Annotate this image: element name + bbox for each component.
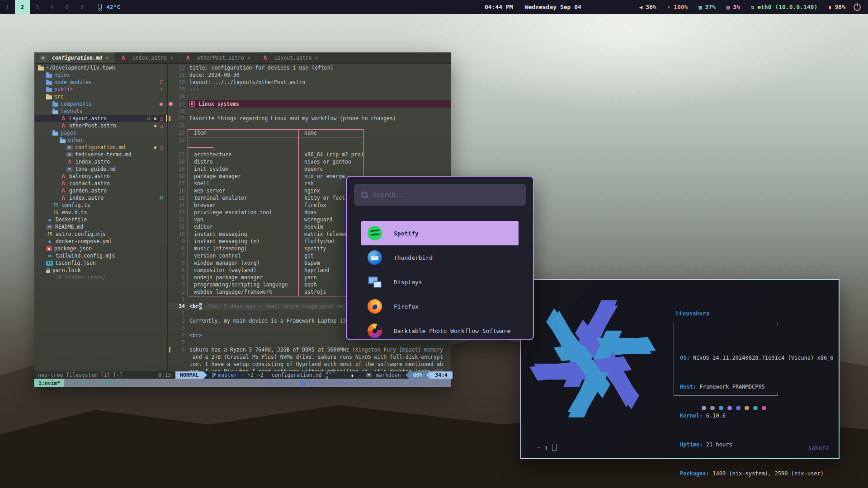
line-number: 2	[168, 289, 185, 295]
file-icon: JS	[46, 232, 53, 236]
file-tree-item[interactable]: Λ contact.astro	[34, 180, 167, 187]
editor-line: 29 ---	[168, 86, 451, 93]
file-tree-item[interactable]: Λ index.astro	[34, 158, 167, 165]
file-tree-item[interactable]: M fediverse-terms.md	[34, 151, 167, 158]
line-text: layout: ../../layouts/otherPost.astro	[189, 79, 305, 85]
close-icon[interactable]: ×	[170, 55, 173, 61]
table-cell-name: fluffychat	[304, 238, 335, 244]
file-tree-item[interactable]: yarn.lock	[34, 267, 167, 274]
close-icon[interactable]: ×	[105, 55, 108, 61]
file-icon	[46, 74, 52, 78]
file-icon: Λ	[60, 122, 67, 129]
system-module: ▦ 37%	[698, 4, 716, 10]
file-icon	[38, 66, 44, 70]
shell-prompt[interactable]: ~ ❯	[538, 444, 557, 451]
app-icon	[368, 226, 382, 240]
time-value: 04:44 PM	[485, 4, 513, 10]
line-number: 22	[168, 137, 185, 143]
line-number: 3	[168, 325, 185, 331]
file-tree-item[interactable]: M tone-guide.md	[34, 165, 167, 173]
launcher-search-field[interactable]: Search...	[354, 184, 526, 206]
neotree-statusline: neo-tree filesystem [1] [-] 8:13	[34, 371, 175, 379]
workspace-button[interactable]: 3	[30, 0, 45, 14]
launcher-item[interactable]: Darktable Photo Workflow Software	[361, 319, 519, 340]
file-tree-item[interactable]: components ●	[34, 100, 167, 108]
workspace-button[interactable]: 4	[45, 0, 60, 14]
line-number: 5	[168, 267, 185, 273]
line-text: ion. I have a setup consisting of Hyprla…	[189, 361, 443, 367]
tmux-window-tab[interactable]: 3:lazygit	[94, 379, 131, 387]
editor-line: 32 title: configuration for devices i us…	[168, 64, 451, 71]
tmux-window-tab[interactable]: 1:nvim*	[34, 379, 64, 387]
file-tree-item[interactable]: src	[34, 93, 167, 100]
palette-dot	[702, 406, 706, 410]
power-icon[interactable]	[854, 4, 861, 11]
file-tree-item[interactable]: M README.md	[34, 223, 167, 230]
fetch-info-line: OS: NixOS 24.11.20240828.71e91c4 (Vicuna…	[680, 354, 834, 361]
line-number: 6	[168, 347, 185, 353]
table-cell-item: terminal emulator	[194, 195, 247, 201]
line-text: ---	[189, 86, 199, 93]
unstaged-square-icon: □	[160, 123, 163, 128]
workspace-list: 1 2 3 4 8 9	[0, 0, 90, 14]
diagnostic-badge: E	[160, 80, 163, 85]
close-icon[interactable]: ×	[247, 55, 250, 61]
buffer-tab[interactable]: Λ Layout.astro ×	[256, 52, 324, 63]
neotree-status-text: neo-tree filesystem [1] [-]	[38, 372, 123, 378]
file-tree-item[interactable]: Λ otherPost.astro ● □	[34, 122, 167, 129]
file-tree-item[interactable]: Λ Layout.astro H ● □	[34, 115, 167, 122]
file-tree-item[interactable]: TS env.d.ts	[34, 209, 167, 216]
line-text: Currently, my main device is a Framework…	[189, 318, 346, 324]
info-label: Host	[680, 384, 693, 390]
file-name: Dockerfile	[56, 216, 87, 223]
file-tree-item[interactable]: M configuration.md ● □	[34, 144, 167, 151]
close-icon[interactable]: ×	[315, 55, 318, 61]
module-icon: ▤	[726, 4, 730, 10]
workspace-button[interactable]: 2	[15, 0, 30, 14]
tmux-window-tab[interactable]: 2:node-	[64, 379, 94, 387]
file-tree-item[interactable]: ≈ tailwind.config.mjs	[34, 252, 167, 259]
launcher-item[interactable]: Displays	[361, 270, 519, 294]
file-tree-item[interactable]: public ?	[34, 86, 167, 93]
launcher-item[interactable]: Spotify	[361, 221, 519, 245]
h1-icon	[189, 101, 195, 107]
diagnostic-badge: ?	[160, 87, 163, 93]
system-module: ☀ 100%	[667, 4, 688, 10]
powerline-separator	[426, 371, 430, 379]
file-tree-item[interactable]: other	[34, 136, 167, 144]
buffer-tab-label: index.astro	[132, 55, 167, 61]
tmux-clock: Sep 04 16:44	[410, 380, 448, 386]
powerline-separator	[203, 371, 207, 379]
file-tree-item[interactable]: Λ garden.astro	[34, 187, 167, 194]
info-value: 1409 (nix-system), 2590 (nix-user)	[712, 470, 824, 477]
file-tree-item[interactable]: ◆ Dockerfile	[34, 216, 167, 223]
buffer-tab[interactable]: Λ otherPost.astro ×	[179, 52, 256, 63]
line-number: 2	[168, 318, 185, 324]
launcher-item[interactable]: Thunderbird	[361, 245, 519, 270]
file-tree-item[interactable]: TS config.ts	[34, 202, 167, 209]
line-number: 4	[168, 332, 185, 338]
file-tree-item[interactable]: Λ balcony.astro	[34, 173, 167, 180]
file-tree-item[interactable]: ◆ docker-compose.yml	[34, 238, 167, 245]
workspace-button[interactable]: 8	[60, 0, 75, 14]
buffer-tab[interactable]: M configuration.md ×	[34, 52, 114, 63]
buffer-tab[interactable]: Λ index.astro ×	[114, 52, 179, 63]
workspace-button[interactable]: 9	[75, 0, 90, 14]
file-tree-item[interactable]: pages	[34, 129, 167, 136]
git-branch: master	[212, 372, 237, 378]
launcher-item[interactable]: Firefox	[361, 294, 519, 319]
file-tree-item[interactable]: (6 hidden items)	[34, 274, 167, 281]
file-tree-item[interactable]: TS tsconfig.json	[34, 259, 167, 267]
prompt-char: ❯	[545, 444, 548, 451]
line-number: 17	[168, 180, 185, 187]
file-tree-item[interactable]: layouts	[34, 108, 167, 115]
file-tree-item[interactable]: node_modules E	[34, 79, 167, 86]
file-tree-item[interactable]: JS astro.config.mjs	[34, 230, 167, 238]
file-tree-item[interactable]: ~/Development/liv.town	[34, 64, 167, 71]
table-separator-row: 22	[168, 136, 451, 144]
file-tree-item[interactable]: n package.json	[34, 245, 167, 252]
workspace-button[interactable]: 1	[0, 0, 15, 14]
table-cell-item: nodejs package manager	[194, 274, 263, 281]
file-tree-item[interactable]: Λ index.astro H	[34, 194, 167, 202]
file-tree-item[interactable]: nginx	[34, 71, 167, 79]
